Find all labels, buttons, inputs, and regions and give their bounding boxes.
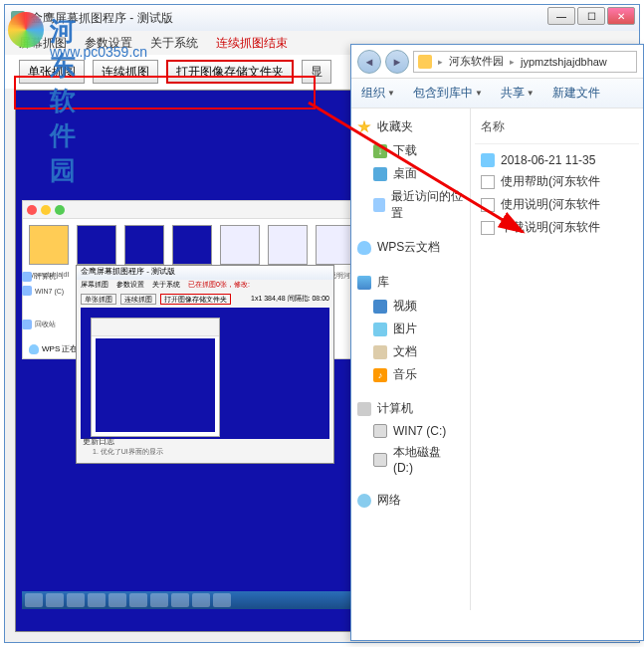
sidebar-favorites[interactable]: 收藏夹 xyxy=(351,114,470,139)
nested-btn-single[interactable]: 单张抓图 xyxy=(81,294,116,305)
app-title: 金鹰屏幕抓图程序 - 测试版 xyxy=(31,10,173,27)
continuous-capture-button[interactable]: 连续抓图 xyxy=(93,60,158,84)
taskbar-item[interactable] xyxy=(171,593,189,607)
breadcrumb-folder[interactable]: 河东软件园 xyxy=(449,54,504,69)
recycle-icon xyxy=(22,320,32,329)
sidebar-drive-c[interactable]: WIN7 (C:) xyxy=(351,421,470,441)
app-titlebar[interactable]: 金鹰屏幕抓图程序 - 测试版 — ☐ ✕ xyxy=(5,5,639,31)
thumb-folder[interactable] xyxy=(29,225,69,265)
picture-icon xyxy=(373,323,387,336)
nested-coords: 1x1 384,48 间隔指: 08:00 xyxy=(251,294,329,304)
nested-btn-cont[interactable]: 连续抓图 xyxy=(120,294,156,305)
thumb-file[interactable] xyxy=(268,225,308,265)
menu-about[interactable]: 关于系统 xyxy=(150,35,198,52)
organize-menu[interactable]: 组织▼ xyxy=(361,85,395,102)
file-row[interactable]: 使用说明(河东软件 xyxy=(475,193,639,216)
strip-recycle[interactable]: 回收站 xyxy=(35,320,56,329)
breadcrumb-subfolder[interactable]: jypmztshjajdbhaw xyxy=(521,56,607,68)
nav-back-button[interactable]: ◄ xyxy=(357,50,381,74)
nested-menu-b[interactable]: 参数设置 xyxy=(116,280,144,292)
chevron-down-icon: ▼ xyxy=(387,89,395,98)
nested-menu-d: 已在抓图0张，修改: xyxy=(188,280,250,292)
taskbar-item[interactable] xyxy=(25,593,43,607)
thumb-file[interactable] xyxy=(316,225,355,265)
sidebar-network[interactable]: 网络 xyxy=(351,488,470,513)
breadcrumb-arrow-icon: ▸ xyxy=(438,57,443,67)
drive-icon xyxy=(373,453,387,467)
menu-settings[interactable]: 参数设置 xyxy=(85,35,132,52)
nested-menu-a[interactable]: 屏幕抓图 xyxy=(81,280,108,292)
sidebar-wps-cloud[interactable]: WPS云文档 xyxy=(351,235,470,260)
thumb-file[interactable] xyxy=(220,225,260,265)
sidebar-drive-d[interactable]: 本地磁盘 (D:) xyxy=(351,441,470,478)
taskbar-item[interactable] xyxy=(67,593,85,607)
explorer-nav-bar: ◄ ► ▸ 河东软件园 ▸ jypmztshjajdbhaw xyxy=(351,45,643,79)
column-header-name[interactable]: 名称 xyxy=(475,114,639,144)
thumb-image[interactable] xyxy=(172,225,212,265)
sidebar-recent[interactable]: 最近访问的位置 xyxy=(351,185,470,225)
network-icon xyxy=(357,494,371,508)
file-name: 2018-06-21 11-35 xyxy=(501,153,595,167)
taskbar-item[interactable] xyxy=(88,593,106,607)
inner-nested-window: 金鹰屏幕抓图程序 - 测试版 屏幕抓图 参数设置 关于系统 已在抓图0张，修改:… xyxy=(76,265,334,464)
include-library-menu[interactable]: 包含到库中▼ xyxy=(413,85,483,102)
file-name: 使用说明(河东软件 xyxy=(501,196,600,213)
video-icon xyxy=(373,300,387,314)
single-capture-button[interactable]: 单张抓图 xyxy=(19,60,85,84)
sidebar-computer[interactable]: 计算机 xyxy=(351,396,470,421)
taskbar-item[interactable] xyxy=(108,593,126,607)
explorer-window: ◄ ► ▸ 河东软件园 ▸ jypmztshjajdbhaw 组织▼ 包含到库中… xyxy=(350,44,644,641)
library-icon xyxy=(357,276,371,290)
sidebar-desktop[interactable]: 桌面 xyxy=(351,162,470,185)
document-icon xyxy=(373,345,387,359)
download-icon xyxy=(373,144,387,158)
thumb-image[interactable] xyxy=(77,225,116,265)
sidebar-videos[interactable]: 视频 xyxy=(351,295,470,318)
strip-win7[interactable]: WIN7 (C) xyxy=(35,288,64,295)
taskbar-item[interactable] xyxy=(129,593,147,607)
explorer-toolbar: 组织▼ 包含到库中▼ 共享▼ 新建文件 xyxy=(351,79,643,108)
taskbar-item[interactable] xyxy=(192,593,210,607)
taskbar-item[interactable] xyxy=(46,593,64,607)
sidebar-documents[interactable]: 文档 xyxy=(351,340,470,363)
text-file-icon xyxy=(481,221,495,235)
share-menu[interactable]: 共享▼ xyxy=(501,85,535,102)
menu-continuous-end[interactable]: 连续抓图结束 xyxy=(216,35,288,52)
nested-btn-folder[interactable]: 打开图像存储文件夹 xyxy=(160,294,231,305)
sidebar-pictures[interactable]: 图片 xyxy=(351,318,470,340)
menu-capture[interactable]: 屏幕抓图 xyxy=(19,35,67,52)
sidebar-music[interactable]: 音乐 xyxy=(351,363,470,386)
drive-icon xyxy=(22,286,32,296)
inner-desktop-strip: 计算机 WIN7 (C) 回收站 xyxy=(22,270,72,331)
close-button[interactable]: ✕ xyxy=(607,7,635,25)
inner-dot-icon xyxy=(41,205,51,215)
file-row[interactable]: 2018-06-21 11-35 xyxy=(475,150,639,170)
file-name: 下载说明(河东软件 xyxy=(501,219,600,236)
newfile-menu[interactable]: 新建文件 xyxy=(552,85,600,102)
music-icon xyxy=(373,368,387,382)
computer-icon xyxy=(22,272,32,282)
recent-icon xyxy=(373,198,385,212)
sidebar-downloads[interactable]: 下载 xyxy=(351,139,470,162)
maximize-button[interactable]: ☐ xyxy=(577,7,605,25)
sidebar-libraries[interactable]: 库 xyxy=(351,270,470,295)
taskbar-item[interactable] xyxy=(150,593,168,607)
file-row[interactable]: 使用帮助(河东软件 xyxy=(475,170,639,193)
wps-cloud-icon xyxy=(29,344,39,354)
text-file-icon xyxy=(481,175,495,189)
computer-icon xyxy=(357,402,371,416)
nested-menu-c[interactable]: 关于系统 xyxy=(152,280,180,292)
strip-computer[interactable]: 计算机 xyxy=(35,272,56,282)
minimize-button[interactable]: — xyxy=(547,7,575,25)
nav-forward-button[interactable]: ► xyxy=(385,50,409,74)
open-folder-button[interactable]: 打开图像存储文件夹 xyxy=(166,60,294,84)
image-file-icon xyxy=(481,153,495,167)
app-icon xyxy=(11,11,25,25)
taskbar-item[interactable] xyxy=(213,593,231,607)
thumb-image[interactable] xyxy=(124,225,164,265)
file-row[interactable]: 下载说明(河东软件 xyxy=(475,216,639,239)
log-line: 1. 优化了UI界面的显示 xyxy=(93,447,163,457)
address-bar[interactable]: ▸ 河东软件园 ▸ jypmztshjajdbhaw xyxy=(413,51,637,73)
file-name: 使用帮助(河东软件 xyxy=(501,173,600,190)
display-button[interactable]: 显 xyxy=(302,60,331,84)
